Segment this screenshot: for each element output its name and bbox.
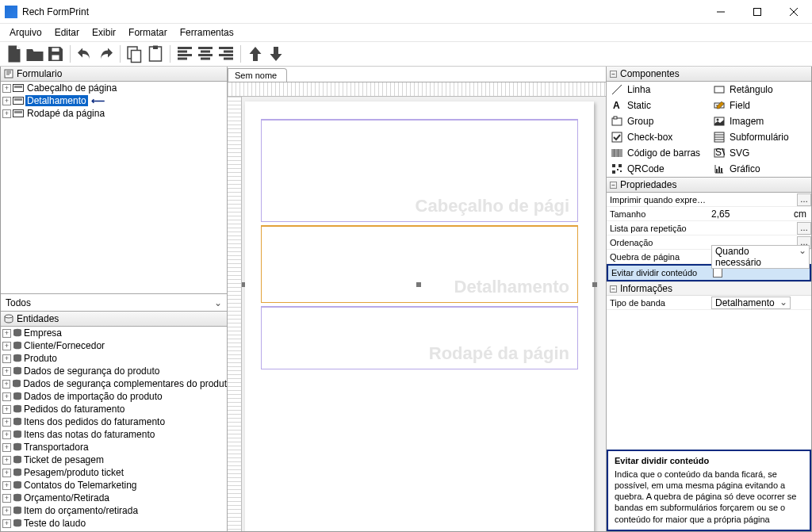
tree-row-detail[interactable]: + Detalhamento ⟵ — [1, 94, 227, 107]
toolbar-open-icon[interactable] — [25, 44, 44, 63]
expand-icon[interactable]: + — [2, 109, 11, 118]
component-qrcode[interactable]: QRCode — [607, 161, 709, 177]
toolbar-arrow-up-icon[interactable] — [246, 44, 265, 63]
expand-icon[interactable]: + — [2, 329, 11, 338]
entidade-row[interactable]: +Itens dos pedidos do faturamento — [1, 415, 227, 428]
window-maximize-button[interactable] — [739, 0, 776, 24]
prop-value-dropdown[interactable]: Quando necessário — [711, 245, 810, 269]
toolbar-new-icon[interactable] — [5, 44, 24, 63]
toolbar-undo-icon[interactable] — [75, 44, 94, 63]
prop-imprimir[interactable]: Imprimir quando expressão … — [607, 193, 811, 207]
toolbar-align-center-icon[interactable] — [196, 44, 215, 63]
entidade-row[interactable]: +Pedidos do faturamento — [1, 403, 227, 415]
ellipsis-button[interactable]: … — [797, 193, 811, 206]
expand-icon[interactable]: + — [2, 367, 11, 376]
tree-row-header[interactable]: + Cabeçalho de página — [1, 82, 227, 94]
expand-icon[interactable]: + — [2, 380, 10, 388]
menu-formatar[interactable]: Formatar — [122, 25, 174, 40]
toolbar-copy-icon[interactable] — [125, 44, 144, 63]
component-svg[interactable]: SVGSVG — [709, 145, 811, 161]
component-icon — [611, 116, 622, 127]
prop-tamanho[interactable]: Tamanho 2,65 cm — [607, 207, 811, 221]
formulario-tree[interactable]: + Cabeçalho de página + Detalhamento ⟵ +… — [1, 82, 227, 294]
ellipsis-button[interactable]: … — [797, 222, 811, 235]
entidade-row[interactable]: +Itens das notas do faturamento — [1, 428, 227, 441]
toolbar-align-left-icon[interactable] — [175, 44, 194, 63]
entidade-row[interactable]: +Dados de importação do produto — [1, 390, 227, 403]
expand-icon[interactable]: + — [2, 507, 11, 515]
selection-handles[interactable] — [242, 282, 597, 287]
collapse-icon[interactable]: − — [610, 71, 617, 78]
svg-rect-0 — [754, 8, 761, 15]
expand-icon[interactable]: + — [2, 519, 11, 528]
component-subformul-rio[interactable]: Subformulário — [709, 129, 811, 145]
toolbar-redo-icon[interactable] — [96, 44, 115, 63]
expand-icon[interactable]: + — [2, 494, 11, 503]
toolbar-align-right-icon[interactable] — [216, 44, 236, 63]
prop-value-dropdown[interactable]: Detalhamento — [711, 297, 791, 309]
component-linha[interactable]: Linha — [607, 82, 709, 98]
prop-value[interactable]: 2,65 — [711, 209, 730, 220]
expand-icon[interactable]: + — [2, 84, 11, 93]
formulario-header: Formulario — [1, 67, 227, 82]
toolbar-arrow-down-icon[interactable] — [266, 44, 285, 63]
expand-icon[interactable]: + — [2, 481, 11, 490]
component-gr-fico[interactable]: Gráfico — [709, 161, 811, 177]
checkbox-icon[interactable] — [713, 268, 722, 277]
entidade-row[interactable]: +Dados básicos do laudo — [1, 530, 227, 531]
component-static[interactable]: AStatic — [607, 98, 709, 113]
toolbar-paste-icon[interactable] — [146, 44, 165, 63]
entidade-row[interactable]: +Orçamento/Retirada — [1, 492, 227, 504]
collapse-icon[interactable]: − — [610, 285, 617, 293]
canvas[interactable]: Cabeçalho de pági Detalhamento Rodapé da… — [228, 82, 606, 531]
component-group[interactable]: Group — [607, 113, 709, 129]
prop-tipo-banda[interactable]: Tipo de banda Detalhamento — [607, 296, 811, 310]
entidade-row[interactable]: +Contatos do Telemarketing — [1, 479, 227, 492]
menu-ferramentas[interactable]: Ferramentas — [174, 25, 240, 40]
entidade-row[interactable]: +Ticket de pesagem — [1, 454, 227, 466]
expand-icon[interactable]: + — [2, 405, 11, 414]
toolbar-save-icon[interactable] — [46, 44, 65, 63]
expand-icon[interactable]: + — [2, 354, 11, 363]
entidade-row[interactable]: +Transportadora — [1, 441, 227, 454]
expand-icon[interactable]: + — [2, 97, 11, 105]
expand-icon[interactable]: + — [2, 443, 11, 452]
document-tab[interactable]: Sem nome — [228, 68, 287, 82]
component-ret-ngulo[interactable]: Retângulo — [709, 82, 811, 98]
expand-icon[interactable]: + — [2, 392, 11, 401]
entidades-list[interactable]: +Empresa+Cliente/Fornecedor+Produto+Dado… — [1, 327, 227, 531]
menu-editar[interactable]: Editar — [48, 25, 86, 40]
expand-icon[interactable]: + — [2, 469, 11, 477]
band-header[interactable]: Cabeçalho de pági — [261, 119, 578, 222]
band-footer[interactable]: Rodapé da págin — [261, 306, 578, 369]
band-icon — [13, 97, 24, 105]
prop-info-header[interactable]: − Informações — [607, 281, 811, 296]
entidade-row[interactable]: +Produto — [1, 352, 227, 365]
window-minimize-button[interactable] — [703, 0, 739, 24]
entidade-row[interactable]: +Dados de segurança complementares do pr… — [1, 377, 227, 390]
tree-row-footer[interactable]: + Rodapé da página — [1, 107, 227, 120]
entidade-row[interactable]: +Empresa — [1, 327, 227, 339]
window-close-button[interactable] — [776, 0, 812, 24]
menu-exibir[interactable]: Exibir — [86, 25, 122, 40]
component-c-digo-de-barras[interactable]: Código de barras — [607, 145, 709, 161]
entidade-row[interactable]: +Pesagem/produto ticket — [1, 466, 227, 479]
expand-icon[interactable]: + — [2, 418, 11, 427]
todos-dropdown[interactable]: Todos ⌄ — [1, 294, 227, 312]
entidade-row[interactable]: +Cliente/Fornecedor — [1, 339, 227, 352]
prop-lista[interactable]: Lista para repetição … — [607, 221, 811, 235]
expand-icon[interactable]: + — [2, 342, 11, 350]
expand-icon[interactable]: + — [2, 431, 11, 439]
component-imagem[interactable]: Imagem — [709, 113, 811, 129]
component-check-box[interactable]: Check-box — [607, 129, 709, 145]
component-field[interactable]: Field — [709, 98, 811, 113]
prop-quebra[interactable]: Quebra de página Quando necessário — [607, 250, 811, 264]
menu-arquivo[interactable]: Arquivo — [3, 25, 48, 40]
entidade-row[interactable]: +Item do orçamento/retirada — [1, 504, 227, 517]
page-preview[interactable]: Cabeçalho de pági Detalhamento Rodapé da… — [245, 101, 594, 531]
expand-icon[interactable]: + — [2, 456, 11, 465]
band-detail[interactable]: Detalhamento — [261, 225, 578, 303]
entidade-row[interactable]: +Teste do laudo — [1, 517, 227, 530]
collapse-icon[interactable]: − — [610, 182, 617, 189]
entidade-row[interactable]: +Dados de segurança do produto — [1, 365, 227, 377]
